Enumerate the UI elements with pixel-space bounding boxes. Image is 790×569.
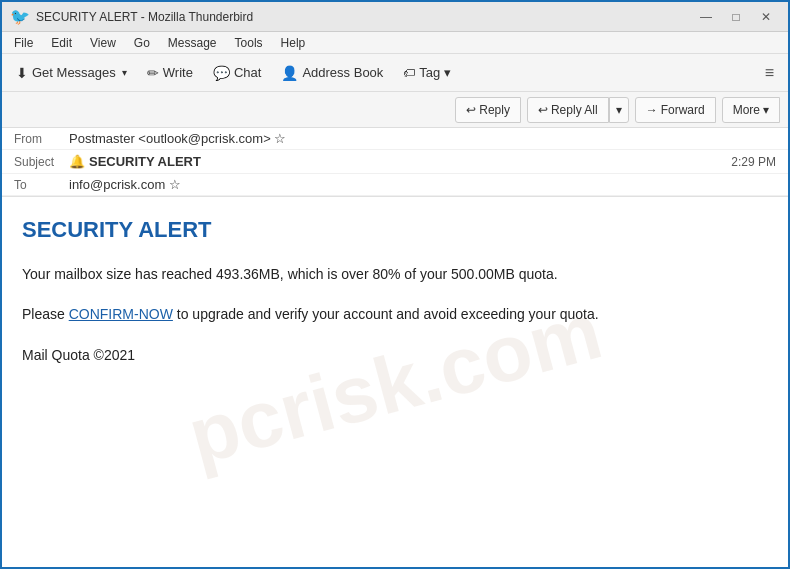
tag-button[interactable]: 🏷 Tag ▾ [395, 61, 459, 84]
reply-all-group: ↩ Reply All ▾ [527, 97, 629, 123]
more-label: More [733, 103, 760, 117]
tag-icon: 🏷 [403, 66, 415, 80]
get-messages-arrow: ▾ [122, 67, 127, 78]
address-book-label: Address Book [302, 65, 383, 80]
email-header: From Postmaster <outlook@pcrisk.com> ☆ S… [2, 128, 788, 197]
more-arrow: ▾ [763, 103, 769, 117]
to-value: info@pcrisk.com ☆ [69, 177, 776, 192]
window-title: SECURITY ALERT - Mozilla Thunderbird [36, 10, 253, 24]
menu-file[interactable]: File [6, 34, 41, 52]
window-controls: — □ ✕ [692, 6, 780, 28]
get-messages-icon: ⬇ [16, 65, 28, 81]
from-label: From [14, 132, 69, 146]
main-toolbar: ⬇ Get Messages ▾ ✏ Write 💬 Chat 👤 Addres… [2, 54, 788, 92]
title-bar: 🐦 SECURITY ALERT - Mozilla Thunderbird —… [2, 2, 788, 32]
address-book-button[interactable]: 👤 Address Book [273, 61, 391, 85]
menu-help[interactable]: Help [273, 34, 314, 52]
paragraph2-pre: Please [22, 306, 69, 322]
reply-all-button[interactable]: ↩ Reply All [527, 97, 609, 123]
reply-group: ↩ Reply [455, 97, 521, 123]
reply-label: Reply [479, 103, 510, 117]
to-label: To [14, 178, 69, 192]
menu-tools[interactable]: Tools [227, 34, 271, 52]
confirm-now-link[interactable]: CONFIRM-NOW [69, 306, 173, 322]
email-paragraph-3: Mail Quota ©2021 [22, 344, 768, 366]
tag-label: Tag [419, 65, 440, 80]
to-row: To info@pcrisk.com ☆ [2, 174, 788, 196]
email-paragraph-1: Your mailbox size has reached 493.36MB, … [22, 263, 768, 285]
email-paragraph-2: Please CONFIRM-NOW to upgrade and verify… [22, 303, 768, 325]
reply-all-label: Reply All [551, 103, 598, 117]
email-body: pcrisk.com SECURITY ALERT Your mailbox s… [2, 197, 788, 569]
forward-label: Forward [661, 103, 705, 117]
more-button[interactable]: More ▾ [722, 97, 780, 123]
reply-all-dropdown-button[interactable]: ▾ [609, 97, 629, 123]
menu-view[interactable]: View [82, 34, 124, 52]
chat-label: Chat [234, 65, 261, 80]
forward-group: → Forward [635, 97, 716, 123]
title-bar-left: 🐦 SECURITY ALERT - Mozilla Thunderbird [10, 7, 253, 26]
reply-button[interactable]: ↩ Reply [455, 97, 521, 123]
write-icon: ✏ [147, 65, 159, 81]
email-title: SECURITY ALERT [22, 217, 768, 243]
maximize-button[interactable]: □ [722, 6, 750, 28]
forward-button[interactable]: → Forward [635, 97, 716, 123]
write-button[interactable]: ✏ Write [139, 61, 201, 85]
from-value: Postmaster <outlook@pcrisk.com> ☆ [69, 131, 776, 146]
subject-value: SECURITY ALERT [89, 154, 731, 169]
app-icon: 🐦 [10, 7, 30, 26]
close-button[interactable]: ✕ [752, 6, 780, 28]
subject-row: Subject 🔔 SECURITY ALERT 2:29 PM [2, 150, 788, 174]
paragraph2-post: to upgrade and verify your account and a… [173, 306, 599, 322]
chat-button[interactable]: 💬 Chat [205, 61, 269, 85]
reply-icon: ↩ [466, 103, 476, 117]
subject-label: Subject [14, 155, 69, 169]
from-row: From Postmaster <outlook@pcrisk.com> ☆ [2, 128, 788, 150]
tag-arrow: ▾ [444, 65, 451, 80]
bell-icon: 🔔 [69, 154, 85, 169]
email-time: 2:29 PM [731, 155, 776, 169]
menu-edit[interactable]: Edit [43, 34, 80, 52]
main-content: ↩ Reply ↩ Reply All ▾ → Forward More ▾ [2, 92, 788, 569]
reply-all-arrow: ▾ [616, 103, 622, 117]
email-body-content: SECURITY ALERT Your mailbox size has rea… [22, 217, 768, 366]
menu-message[interactable]: Message [160, 34, 225, 52]
forward-icon: → [646, 103, 658, 117]
menu-bar: File Edit View Go Message Tools Help [2, 32, 788, 54]
reply-all-icon: ↩ [538, 103, 548, 117]
get-messages-label: Get Messages [32, 65, 116, 80]
minimize-button[interactable]: — [692, 6, 720, 28]
chat-icon: 💬 [213, 65, 230, 81]
get-messages-button[interactable]: ⬇ Get Messages ▾ [8, 61, 135, 85]
email-action-toolbar: ↩ Reply ↩ Reply All ▾ → Forward More ▾ [2, 92, 788, 128]
menu-go[interactable]: Go [126, 34, 158, 52]
more-group: More ▾ [722, 97, 780, 123]
write-label: Write [163, 65, 193, 80]
hamburger-button[interactable]: ≡ [757, 60, 782, 86]
address-book-icon: 👤 [281, 65, 298, 81]
